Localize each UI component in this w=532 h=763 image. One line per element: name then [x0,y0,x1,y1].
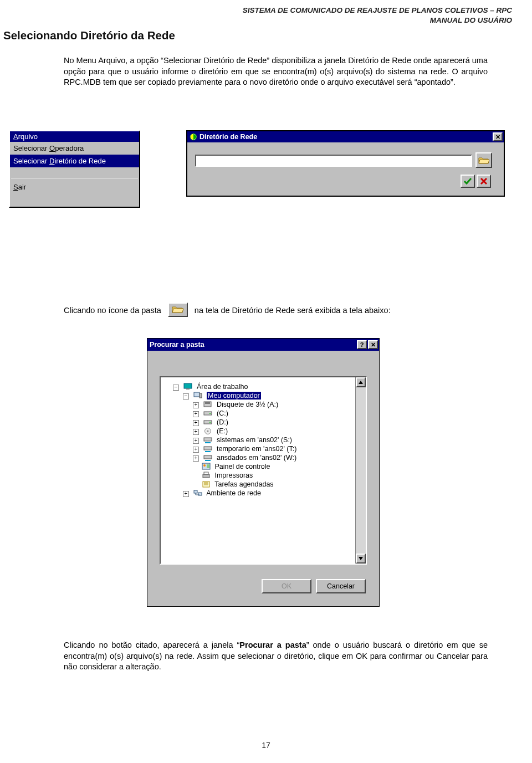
expand-icon[interactable]: + [193,438,199,444]
menu-item-selecionar-operadora[interactable]: Selecionar Operadora [10,142,139,155]
expand-icon[interactable]: + [193,447,199,453]
paragraph-2: Clicando no ícone da pasta na tela de Di… [64,304,488,318]
network-icon [193,489,202,496]
expand-icon[interactable]: + [193,420,199,426]
close-icon[interactable]: ✕ [368,340,378,349]
tree-node-desktop[interactable]: − Área de trabalho [173,383,361,391]
expand-icon[interactable]: + [193,455,199,462]
scheduled-tasks-icon [202,480,211,488]
svg-rect-18 [207,464,209,468]
folder-tree[interactable]: − Área de trabalho − Meu computador + Di… [160,376,367,565]
help-icon[interactable]: ? [357,340,367,349]
svg-point-12 [207,431,209,432]
menu-item-selecionar-diretorio-de-rede[interactable]: Selecionar Diretório de Rede [10,155,139,167]
folder-open-icon [478,156,489,165]
printer-icon [202,472,211,479]
dialog-title-text: Diretório de Rede [200,131,257,142]
expand-icon[interactable]: + [183,491,189,497]
dialog-titlebar[interactable]: Diretório de Rede ✕ [187,131,504,142]
scroll-down-icon[interactable] [356,554,366,564]
tree-node-netdrive-t[interactable]: + temporario em 'ans02' (T:) [193,445,361,453]
scroll-up-icon[interactable] [356,377,366,387]
expand-icon[interactable]: + [193,411,199,417]
cancel-button[interactable]: Cancelar [316,579,366,593]
svg-rect-2 [186,388,190,390]
expand-icon[interactable]: + [193,402,199,408]
tree-node-drive-c[interactable]: + (C:) [193,409,361,417]
page-number: 17 [0,740,532,751]
dialog-procurar-a-pasta: Procurar a pasta ? ✕ − Área de trabalho … [147,338,380,607]
tree-node-drive-e[interactable]: + (E:) [193,427,361,435]
computer-icon [193,392,202,399]
paragraph-3: Clicando no botão citado, aparecerá a ja… [64,640,488,673]
menu-item-sair[interactable]: Sair [10,181,139,193]
cd-icon [203,427,212,434]
arquivo-menu: Arquivo Selecionar Operadora Selecionar … [9,130,140,208]
svg-rect-19 [203,474,209,478]
folder-open-icon [168,303,188,317]
desktop-icon [183,383,192,390]
arquivo-menu-header[interactable]: Arquivo [10,131,139,142]
svg-rect-3 [194,392,200,397]
network-drive-icon [203,445,212,452]
x-icon [480,177,488,185]
floppy-icon [203,401,212,408]
tree-node-netdrive-w[interactable]: + ansdados em 'ans02' (W:) [193,454,361,462]
tree-node-scheduled-tasks[interactable]: Tarefas agendadas [193,480,361,488]
svg-rect-22 [194,490,197,493]
svg-rect-20 [204,472,208,474]
svg-rect-15 [204,455,212,459]
tree-node-my-computer[interactable]: − Meu computador [183,392,361,400]
tree-node-floppy-a[interactable]: + Disquete de 3½ (A:) [193,401,361,408]
drive-icon [203,418,212,426]
control-panel-icon [202,463,211,470]
tree-scrollbar[interactable] [355,377,366,564]
collapse-icon[interactable]: − [183,393,189,400]
svg-rect-14 [204,447,212,450]
svg-point-17 [203,464,206,467]
svg-rect-6 [205,402,210,404]
expand-icon[interactable]: + [193,429,199,435]
dialog2-titlebar[interactable]: Procurar a pasta ? ✕ [147,339,379,351]
network-drive-icon [203,454,212,461]
paragraph-2a: Clicando no ícone da pasta [64,306,161,315]
page-header: SISTEMA DE COMUNICADO DE REAJUSTE DE PLA… [243,6,512,25]
ok-button[interactable]: OK [262,579,311,593]
browse-button[interactable] [475,152,492,168]
paragraph-3-bold: Procurar a pasta [239,641,306,649]
drive-icon [203,409,212,417]
header-line-1: SISTEMA DE COMUNICADO DE REAJUSTE DE PLA… [243,6,512,16]
svg-point-8 [209,413,211,414]
svg-rect-1 [184,383,192,388]
svg-rect-4 [200,393,202,398]
close-icon[interactable]: ✕ [493,132,503,141]
paragraph-2b: na tela de Diretório de Rede será exibid… [195,306,391,315]
tree-node-printers[interactable]: Impressoras [193,472,361,479]
svg-rect-13 [204,438,212,441]
directory-path-input[interactable] [195,155,472,167]
paragraph-1: No Menu Arquivo, a opção “Selecionar Dir… [64,55,488,88]
header-line-2: MANUAL DO USUÁRIO [243,16,512,25]
svg-point-10 [209,422,211,423]
tree-node-drive-d[interactable]: + (D:) [193,418,361,426]
tree-node-netdrive-s[interactable]: + sistemas em 'ans02' (S:) [193,436,361,444]
figure-menu-and-dialog: Arquivo Selecionar Operadora Selecionar … [9,130,513,219]
dialog-diretorio-de-rede: Diretório de Rede ✕ [186,130,505,197]
tree-node-control-panel[interactable]: Painel de controle [193,463,361,470]
cancel-button[interactable] [477,175,491,188]
dialog2-title-text: Procurar a pasta [150,339,204,350]
menu-separator [11,178,138,179]
check-icon [463,177,472,185]
collapse-icon[interactable]: − [173,385,179,391]
dialog-title-icon [190,133,197,141]
section-title: Selecionando Diretório da Rede [3,28,175,43]
confirm-button[interactable] [461,175,475,188]
tree-node-network-neighborhood[interactable]: + Ambiente de rede [183,489,361,497]
network-drive-icon [203,436,212,443]
